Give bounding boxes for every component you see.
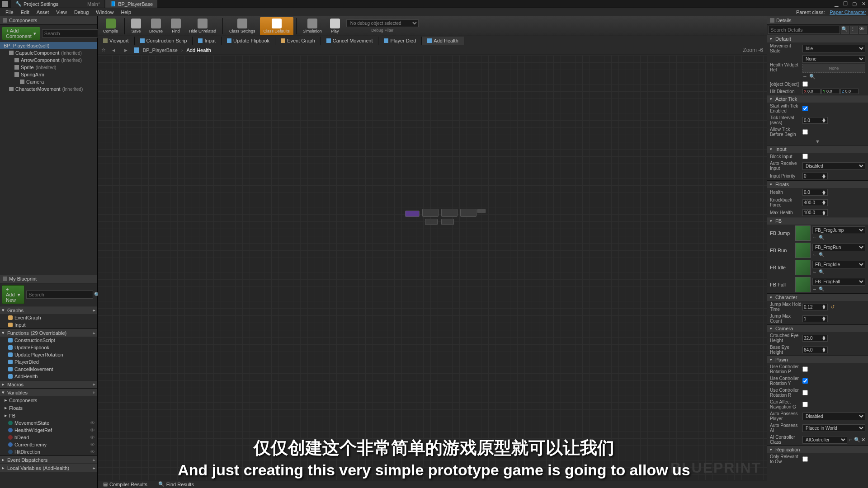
browse-asset-icon[interactable]: 🔍 (809, 74, 816, 80)
fb-fall-thumbnail[interactable] (795, 277, 811, 292)
section-fb[interactable]: ▾FB (767, 217, 868, 225)
fb-jump-thumbnail[interactable] (795, 225, 811, 241)
use-selected-icon[interactable]: ← (812, 235, 817, 240)
add-graph-button[interactable]: + (93, 308, 95, 313)
menu-view[interactable]: View (52, 9, 71, 15)
tab-player-died[interactable]: Player Died (378, 37, 422, 45)
nav-forward-button[interactable]: ► (122, 47, 130, 53)
add-macro-button[interactable]: + (93, 382, 95, 387)
fn-playerdied[interactable]: PlayerDied (0, 358, 97, 366)
section-character[interactable]: ▾Character (767, 294, 868, 301)
parent-class-link[interactable]: Parent class: Paper Character (793, 9, 866, 15)
minimize-icon[interactable]: ▁ (834, 1, 839, 7)
window-icon[interactable]: ❐ (843, 1, 848, 7)
use-selected-icon[interactable]: ← (812, 252, 817, 257)
dead-checkbox[interactable] (802, 81, 808, 87)
block-input-checkbox[interactable] (802, 154, 808, 159)
menu-edit[interactable]: Edit (17, 9, 33, 15)
section-camera[interactable]: ▾Camera (767, 325, 868, 332)
blueprint-search-input[interactable] (26, 291, 93, 299)
section-input[interactable]: ▾Input (767, 145, 868, 153)
breadcrumb-root[interactable]: BP_PlayerBase (143, 47, 178, 53)
component-capsule[interactable]: CapsuleComponent (Inherited) (0, 49, 97, 56)
browse-asset-icon[interactable]: 🔍 (854, 437, 860, 443)
simulation-button[interactable]: Simulation (299, 17, 326, 35)
find-results-tab[interactable]: 🔍Find Results (153, 480, 199, 488)
tab-construction[interactable]: Construction Scrip (135, 37, 193, 45)
jump-count-input[interactable] (803, 316, 821, 322)
maximize-icon[interactable]: ▢ (852, 1, 857, 7)
use-rot-r-checkbox[interactable] (802, 390, 808, 395)
start-tick-checkbox[interactable] (802, 106, 808, 111)
menu-debug[interactable]: Debug (71, 9, 92, 15)
var-group-fb[interactable]: ▸FB (0, 412, 97, 419)
clear-icon[interactable]: ✕ (861, 437, 865, 443)
fn-addhealth[interactable]: AddHealth (0, 373, 97, 380)
graph-canvas[interactable]: BLUEPRINT (98, 55, 767, 480)
details-search-input[interactable] (768, 26, 840, 34)
visibility-icon[interactable]: 👁 (90, 435, 95, 440)
add-local-button[interactable]: + (93, 465, 95, 471)
none-thumbnail[interactable]: None (802, 64, 865, 73)
browse-asset-icon[interactable]: 🔍 (819, 269, 824, 274)
use-selected-icon[interactable]: ← (802, 74, 807, 80)
class-settings-button[interactable]: Class Settings (226, 17, 259, 35)
dispatchers-section[interactable]: ▸Event Dispatchers+ (0, 455, 97, 464)
add-component-button[interactable]: + Add Component▾ (2, 27, 40, 40)
graph-nodes[interactable] (405, 209, 486, 227)
component-springarm[interactable]: SpringArm (0, 71, 97, 78)
fn-updateflipbook[interactable]: UpdateFlipbook (0, 344, 97, 351)
visibility-icon[interactable]: 👁 (90, 442, 95, 447)
menu-help[interactable]: Help (117, 9, 135, 15)
add-dispatcher-button[interactable]: + (93, 457, 95, 463)
var-group-components[interactable]: ▸Components (0, 396, 97, 404)
tab-cancel-movement[interactable]: Cancel Movement (321, 37, 379, 45)
allow-tick-checkbox[interactable] (802, 129, 808, 135)
functions-section[interactable]: ▾Functions (29 Overridable)+ (0, 328, 97, 337)
max-health-input[interactable] (803, 210, 821, 216)
favorite-icon[interactable]: ☆ (101, 47, 106, 53)
use-selected-icon[interactable]: ← (812, 269, 817, 274)
input-priority-input[interactable] (803, 173, 821, 179)
expand-arrow[interactable]: ▼ (767, 138, 868, 145)
debug-object-select[interactable]: No debug object selected (346, 19, 419, 27)
visibility-icon[interactable]: 👁 (90, 420, 95, 426)
tick-interval-input[interactable] (803, 117, 821, 123)
browse-asset-icon[interactable]: 🔍 (819, 286, 824, 291)
reset-icon[interactable]: ↺ (830, 304, 835, 310)
tab-project-settings[interactable]: 🔧 Project Settings Main* (11, 0, 104, 8)
section-actor-tick[interactable]: ▾Actor Tick (767, 95, 868, 103)
section-default[interactable]: ▾Default (767, 35, 868, 42)
section-replication[interactable]: ▾Replication (767, 446, 868, 453)
browse-asset-icon[interactable]: 🔍 (819, 235, 824, 240)
graph-eventgraph[interactable]: EventGraph (0, 314, 97, 321)
fb-fall-select[interactable]: FB_FrogFall (812, 278, 865, 286)
hide-unrelated-button[interactable]: Hide Unrelated (185, 17, 220, 35)
browse-button[interactable]: Browse (146, 17, 166, 35)
fn-cancelmovement[interactable]: CancelMovement (0, 366, 97, 373)
tab-event-graph[interactable]: Event Graph (275, 37, 321, 45)
visibility-icon[interactable]: 👁 (90, 449, 95, 455)
graph-input[interactable]: Input (0, 321, 97, 328)
health-input[interactable] (803, 189, 821, 195)
base-eye-input[interactable] (803, 347, 821, 353)
use-selected-icon[interactable]: ← (812, 286, 817, 291)
search-icon[interactable]: 🔍 (841, 26, 849, 34)
crouched-eye-input[interactable] (803, 335, 821, 341)
graphs-section[interactable]: ▾Graphs+ (0, 306, 97, 314)
find-button[interactable]: Find (167, 17, 184, 35)
tab-update-flipbook[interactable]: Update Flipbook (222, 37, 275, 45)
hitdir-z-input[interactable] (845, 89, 857, 94)
nav-back-button[interactable]: ◄ (109, 47, 118, 53)
only-relevant-checkbox[interactable] (802, 456, 808, 462)
fb-run-thumbnail[interactable] (795, 243, 811, 258)
fb-run-select[interactable]: FB_FrogRun (812, 244, 865, 251)
auto-possess-ai-select[interactable]: Placed in World (802, 424, 865, 432)
auto-possess-select[interactable]: Disabled (802, 413, 865, 420)
browse-asset-icon[interactable]: 🔍 (819, 252, 824, 257)
section-pawn[interactable]: ▾Pawn (767, 356, 868, 363)
fn-updateplayerrotation[interactable]: UpdatePlayerRotation (0, 351, 97, 358)
compiler-results-tab[interactable]: ▤Compiler Results (98, 480, 153, 488)
var-currentenemy[interactable]: CurrentEnemy👁 (0, 441, 97, 448)
knockback-input[interactable] (803, 200, 821, 206)
